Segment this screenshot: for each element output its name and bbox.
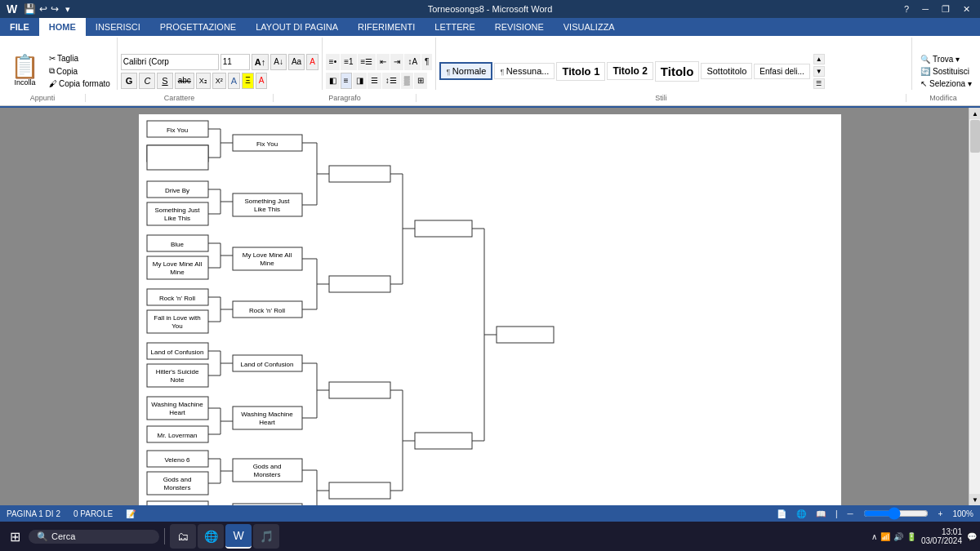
svg-text:Mine: Mine bbox=[170, 269, 185, 276]
list-bullet-button[interactable]: ≡• bbox=[326, 54, 340, 70]
svg-text:Washing Machine: Washing Machine bbox=[151, 401, 203, 408]
svg-rect-126 bbox=[497, 327, 554, 343]
style-titolo[interactable]: Titolo bbox=[655, 61, 700, 82]
list-multi-button[interactable]: ≡☰ bbox=[358, 54, 376, 70]
close-btn[interactable]: ✕ bbox=[960, 4, 973, 15]
wifi-icon[interactable]: 📶 bbox=[880, 532, 890, 541]
tab-progettazione[interactable]: PROGETTAZIONE bbox=[150, 18, 246, 36]
font-grow-button[interactable]: A↑ bbox=[252, 54, 269, 70]
underline-button[interactable]: S bbox=[157, 73, 172, 89]
quick-save[interactable]: 💾 bbox=[24, 3, 36, 15]
superscript-button[interactable]: X² bbox=[212, 73, 226, 89]
minimize-btn[interactable]: ─ bbox=[919, 4, 932, 14]
line-spacing-button[interactable]: ↕☰ bbox=[382, 73, 400, 89]
restore-btn[interactable]: ❐ bbox=[938, 4, 953, 15]
style-titolo2[interactable]: Titolo 2 bbox=[607, 62, 653, 80]
view-print-icon[interactable]: 📄 bbox=[777, 509, 786, 518]
scrollbar-down-arrow[interactable]: ▼ bbox=[969, 494, 980, 505]
tab-inserisci[interactable]: INSERISCI bbox=[86, 18, 150, 36]
align-right-button[interactable]: ◨ bbox=[353, 73, 367, 89]
arrow-icon[interactable]: ∧ bbox=[871, 532, 877, 541]
tab-lettere[interactable]: LETTERE bbox=[425, 18, 485, 36]
highlight-button[interactable]: Ξ bbox=[242, 73, 254, 89]
replace-button[interactable]: 🔄 Sostituisci bbox=[917, 66, 975, 77]
style-nessuna-label: Nessuna... bbox=[506, 66, 550, 76]
clock[interactable]: 13:01 03/07/2024 bbox=[921, 527, 962, 545]
paste-button[interactable]: 📋 Incolla bbox=[5, 53, 45, 89]
doc-area: Fix You How Far We've Come Drive By Some… bbox=[0, 108, 980, 505]
font-color2-button[interactable]: A bbox=[256, 73, 268, 89]
subscript-button[interactable]: X₂ bbox=[196, 73, 211, 89]
tab-riferimenti[interactable]: RIFERIMENTI bbox=[348, 18, 425, 36]
bold-button[interactable]: G bbox=[121, 73, 138, 89]
scrollbar-up-arrow[interactable]: ▲ bbox=[969, 108, 980, 119]
align-left-button[interactable]: ◧ bbox=[326, 73, 340, 89]
style-nessuna[interactable]: ¶ Nessuna... bbox=[494, 63, 555, 79]
italic-button[interactable]: C bbox=[139, 73, 155, 89]
zoom-slider-plus[interactable]: + bbox=[938, 509, 943, 518]
pilcrow-button[interactable]: ¶ bbox=[421, 54, 432, 70]
styles-down-button[interactable]: ▼ bbox=[813, 66, 825, 77]
tab-file[interactable]: FILE bbox=[0, 18, 39, 36]
zoom-slider-minus[interactable]: ─ bbox=[847, 509, 853, 518]
align-center-button[interactable]: ≡ bbox=[341, 73, 352, 89]
select-button[interactable]: ↖ Seleziona ▾ bbox=[917, 78, 975, 89]
scrollbar-vertical[interactable]: ▲ ▼ bbox=[969, 108, 980, 505]
style-normale[interactable]: ¶ Normale bbox=[439, 62, 492, 80]
svg-text:Veleno 6: Veleno 6 bbox=[164, 456, 190, 464]
font-case-button[interactable]: Aa bbox=[288, 54, 305, 70]
view-web-icon[interactable]: 🌐 bbox=[796, 509, 806, 518]
proofing-icon[interactable]: 📝 bbox=[126, 509, 136, 518]
style-titolo1[interactable]: Titolo 1 bbox=[556, 62, 605, 81]
svg-text:Monsters: Monsters bbox=[164, 484, 191, 491]
doc-page[interactable]: Fix You How Far We've Come Drive By Some… bbox=[139, 114, 841, 505]
quick-undo[interactable]: ↩ bbox=[39, 3, 47, 15]
font-family-input[interactable] bbox=[121, 54, 219, 70]
scrollbar-thumb[interactable] bbox=[970, 120, 980, 153]
quick-redo[interactable]: ↪ bbox=[51, 3, 59, 15]
tab-home[interactable]: HOME bbox=[39, 18, 86, 36]
notification-icon[interactable]: 💬 bbox=[967, 532, 977, 541]
font-clear-button[interactable]: A bbox=[306, 54, 318, 70]
view-read-icon[interactable]: 📖 bbox=[816, 509, 826, 518]
tab-revisione[interactable]: REVISIONE bbox=[485, 18, 554, 36]
start-button[interactable]: ⊞ bbox=[3, 524, 27, 549]
search-bar[interactable]: 🔍 Cerca bbox=[29, 530, 159, 544]
svg-text:Heart: Heart bbox=[169, 409, 185, 416]
font-row2: G C S abc X₂ X² A Ξ A bbox=[121, 73, 318, 89]
copy-button[interactable]: ⧉ Copia bbox=[47, 65, 112, 77]
cut-button[interactable]: ✂ Taglia bbox=[47, 53, 112, 64]
indent-increase-button[interactable]: ⇥ bbox=[390, 54, 403, 70]
page-info: PAGINA 1 DI 2 bbox=[7, 509, 60, 518]
strikethrough-button[interactable]: abc bbox=[175, 73, 194, 89]
format-painter-button[interactable]: 🖌 Copia formato bbox=[47, 78, 112, 89]
font-size-input[interactable] bbox=[220, 54, 250, 70]
borders-button[interactable]: ⊞ bbox=[414, 73, 427, 89]
zoom-slider[interactable] bbox=[863, 507, 929, 520]
font-color-button[interactable]: A bbox=[228, 73, 240, 89]
taskbar-files-button[interactable]: 🗂 bbox=[170, 524, 196, 549]
styles-up-button[interactable]: ▲ bbox=[813, 54, 825, 64]
style-enfasi[interactable]: Enfasi deli... bbox=[754, 64, 809, 79]
volume-icon[interactable]: 🔊 bbox=[893, 532, 903, 541]
title-bar-left: W 💾 ↩ ↪ ▾ bbox=[7, 2, 70, 16]
help-icon[interactable]: ? bbox=[901, 4, 912, 14]
format-painter-label: Copia formato bbox=[59, 79, 110, 88]
tab-layout[interactable]: LAYOUT DI PAGINA bbox=[246, 18, 348, 36]
sort-button[interactable]: ↕A bbox=[404, 54, 421, 70]
font-shrink-button[interactable]: A↓ bbox=[270, 54, 287, 70]
styles-more-button[interactable]: ☰ bbox=[813, 78, 825, 89]
taskbar-word-button[interactable]: W bbox=[225, 524, 252, 549]
list-number-button[interactable]: ≡1 bbox=[341, 54, 356, 70]
svg-text:Mr. Loverman: Mr. Loverman bbox=[158, 432, 198, 439]
taskbar-chrome-button[interactable]: 🌐 bbox=[198, 524, 224, 549]
find-button[interactable]: 🔍 Trova ▾ bbox=[917, 54, 975, 64]
tab-visualizza[interactable]: VISUALIZZA bbox=[554, 18, 625, 36]
shading-button[interactable]: ▒ bbox=[401, 73, 413, 89]
indent-decrease-button[interactable]: ⇤ bbox=[376, 54, 390, 70]
brush-icon: 🖌 bbox=[49, 79, 57, 88]
scissors-icon: ✂ bbox=[49, 54, 56, 63]
taskbar-spotify-button[interactable]: 🎵 bbox=[253, 524, 279, 549]
justify-button[interactable]: ☰ bbox=[368, 73, 381, 89]
style-sottotitolo[interactable]: Sottotitolo bbox=[701, 63, 752, 79]
